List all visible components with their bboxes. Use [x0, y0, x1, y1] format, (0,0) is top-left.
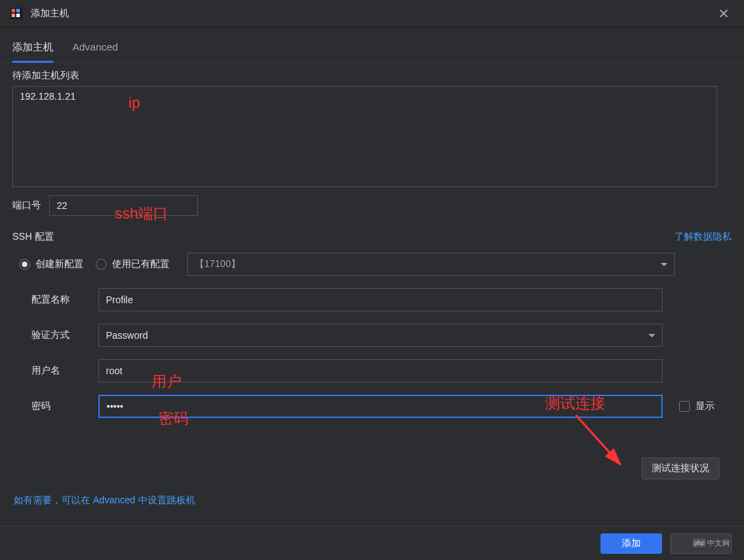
- profile-name-row: 配置名称: [12, 288, 732, 311]
- dialog-footer: 添加 取消 php php 中文网 中文网: [0, 526, 744, 560]
- port-label: 端口号: [12, 199, 41, 212]
- close-icon[interactable]: ✕: [713, 3, 734, 24]
- radio-create-new[interactable]: 创建新配置: [19, 258, 83, 270]
- profile-name-label: 配置名称: [31, 294, 98, 306]
- username-row: 用户名: [12, 359, 732, 382]
- window-title: 添加主机: [31, 8, 69, 20]
- auth-method-label: 验证方式: [31, 329, 98, 341]
- port-input[interactable]: [49, 195, 198, 216]
- test-button-row: 测试连接状况: [12, 458, 732, 479]
- tab-add-host[interactable]: 添加主机: [12, 41, 53, 63]
- ssh-config-label: SSH 配置: [12, 231, 54, 243]
- app-icon: [10, 8, 23, 20]
- port-row: 端口号: [12, 195, 732, 216]
- show-password-checkbox[interactable]: [679, 401, 690, 412]
- radio-existing-label: 使用已有配置: [112, 258, 169, 270]
- radio-create-label: 创建新配置: [36, 258, 83, 270]
- radio-circle-icon: [96, 259, 107, 270]
- password-input[interactable]: [98, 395, 663, 418]
- auth-method-value: Password: [106, 330, 148, 341]
- show-password-label: 显示: [695, 400, 715, 412]
- host-list-label: 待添加主机列表: [12, 70, 732, 82]
- content-area: 待添加主机列表 192.128.1.21 端口号 SSH 配置 了解数据隐私 创…: [0, 63, 744, 519]
- add-button[interactable]: 添加: [601, 533, 662, 554]
- existing-config-value: 【17100】: [195, 258, 240, 270]
- chevron-down-icon: [648, 334, 655, 337]
- advanced-tip: 如有需要，可以在 Advanced 中设置跳板机: [12, 494, 732, 507]
- privacy-link[interactable]: 了解数据隐私: [674, 231, 732, 243]
- host-list-input[interactable]: 192.128.1.21: [12, 86, 717, 187]
- svg-rect-2: [16, 9, 20, 12]
- watermark: php php 中文网 中文网: [693, 538, 730, 548]
- title-bar: 添加主机 ✕: [0, 0, 744, 27]
- cancel-button[interactable]: 取消 php php 中文网 中文网: [670, 533, 732, 554]
- tab-advanced[interactable]: Advanced: [72, 41, 118, 62]
- svg-rect-3: [12, 14, 15, 17]
- show-password-group: 显示: [679, 400, 715, 412]
- test-connection-button[interactable]: 测试连接状况: [642, 458, 719, 479]
- radio-circle-icon: [19, 259, 30, 270]
- svg-rect-1: [12, 9, 15, 12]
- existing-config-select[interactable]: 【17100】: [187, 253, 675, 276]
- password-label: 密码: [31, 400, 98, 412]
- config-radio-row: 创建新配置 使用已有配置 【17100】: [12, 253, 732, 276]
- profile-name-input[interactable]: [98, 288, 663, 311]
- password-row: 密码 显示: [12, 395, 732, 418]
- ssh-header: SSH 配置 了解数据隐私: [12, 231, 732, 243]
- tabs: 添加主机 Advanced: [0, 27, 744, 63]
- username-label: 用户名: [31, 365, 98, 377]
- svg-rect-4: [16, 14, 20, 17]
- chevron-down-icon: [661, 263, 667, 266]
- auth-method-row: 验证方式 Password: [12, 324, 732, 347]
- username-input[interactable]: [98, 359, 663, 382]
- radio-use-existing[interactable]: 使用已有配置: [96, 258, 169, 270]
- auth-method-select[interactable]: Password: [98, 324, 663, 347]
